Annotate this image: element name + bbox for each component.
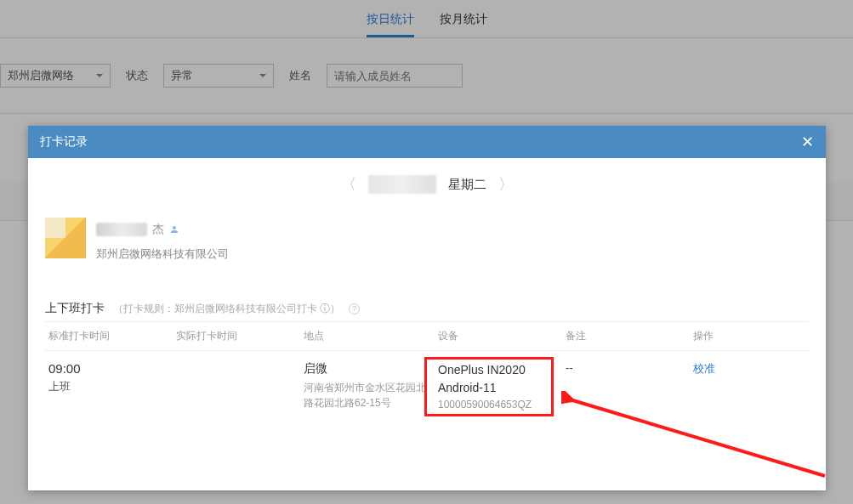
note-cell: -- (562, 351, 690, 415)
calibrate-link[interactable]: 校准 (693, 362, 715, 375)
person-icon (169, 224, 179, 235)
std-time: 09:00 (48, 361, 169, 376)
std-sub: 上班 (48, 379, 169, 394)
close-icon[interactable]: ✕ (801, 134, 814, 150)
date-weekday: 星期二 (448, 177, 486, 193)
modal-title: 打卡记录 (40, 134, 88, 150)
date-value-redacted (368, 175, 436, 194)
dev-os: Android-11 (438, 379, 559, 397)
record-table: 标准打卡时间 实际打卡时间 地点 设备 备注 操作 09:00 上班 启微 (45, 322, 809, 414)
col-loc: 地点 (300, 322, 435, 351)
section-rule-text: （打卡规则：郑州启微网络科技有限公司打卡 ⓘ） (113, 302, 340, 316)
loc-name: 启微 (304, 361, 431, 377)
table-row: 09:00 上班 启微 河南省郑州市金水区花园北路花园北路62-15号 OneP… (45, 351, 809, 415)
date-navigator: 〈 星期二 〉 (45, 163, 809, 206)
user-name-suffix: 杰 (152, 222, 164, 237)
help-icon[interactable]: ? (349, 303, 360, 314)
dev-id: 10000590064653QZ (438, 399, 559, 411)
col-act: 实际打卡时间 (173, 322, 300, 351)
act-time (173, 351, 300, 415)
col-dev: 设备 (435, 322, 562, 351)
modal-clock-record: 打卡记录 ✕ 〈 星期二 〉 杰 郑州启微网络科技有限公司 上下班打卡 （打卡规… (28, 126, 826, 490)
modal-header: 打卡记录 ✕ (28, 126, 826, 158)
section-title: 上下班打卡 (45, 301, 105, 316)
avatar (45, 218, 86, 258)
col-note: 备注 (562, 322, 690, 351)
loc-addr: 河南省郑州市金水区花园北路花园北路62-15号 (304, 380, 431, 411)
user-company: 郑州启微网络科技有限公司 (96, 246, 229, 262)
col-std: 标准打卡时间 (45, 322, 173, 351)
dev-model: OnePlus IN2020 (438, 361, 559, 379)
chevron-left-icon[interactable]: 〈 (336, 174, 361, 195)
user-name-redacted (96, 223, 147, 236)
chevron-right-icon[interactable]: 〉 (493, 174, 519, 195)
col-op: 操作 (690, 322, 809, 351)
